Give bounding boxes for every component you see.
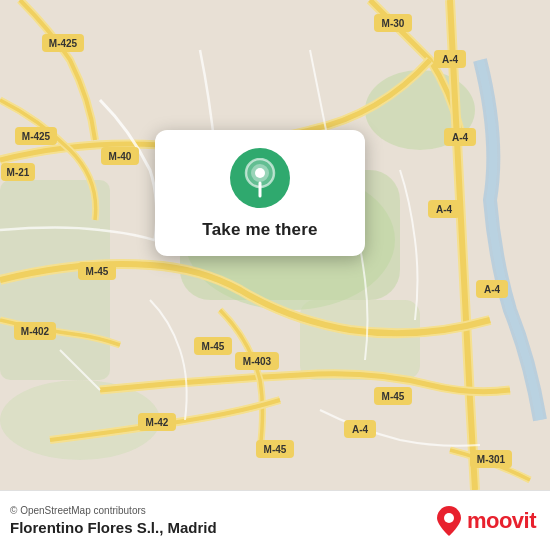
svg-text:M-40: M-40 xyxy=(109,151,132,162)
svg-text:A-4: A-4 xyxy=(484,284,501,295)
location-pin-icon xyxy=(243,158,277,198)
svg-text:M-45: M-45 xyxy=(264,444,287,455)
svg-text:M-425: M-425 xyxy=(22,131,51,142)
svg-text:M-402: M-402 xyxy=(21,326,50,337)
cta-card: Take me there xyxy=(155,130,365,256)
svg-text:M-425: M-425 xyxy=(49,38,78,49)
svg-text:A-4: A-4 xyxy=(436,204,453,215)
svg-point-47 xyxy=(444,513,454,523)
svg-text:M-42: M-42 xyxy=(146,417,169,428)
moovit-logo: moovit xyxy=(435,504,536,538)
bottom-info: © OpenStreetMap contributors Florentino … xyxy=(10,505,217,536)
svg-point-45 xyxy=(255,168,265,178)
take-me-there-button[interactable]: Take me there xyxy=(202,220,317,240)
moovit-pin-icon xyxy=(435,504,463,538)
svg-text:M-30: M-30 xyxy=(382,18,405,29)
svg-text:A-4: A-4 xyxy=(352,424,369,435)
map-container: M-425 M-425 M-40 M-21 M-45 M-402 M-403 M… xyxy=(0,0,550,490)
svg-text:M-45: M-45 xyxy=(86,266,109,277)
moovit-brand-text: moovit xyxy=(467,508,536,534)
svg-point-5 xyxy=(0,380,160,460)
cta-icon-circle xyxy=(230,148,290,208)
map-attribution: © OpenStreetMap contributors xyxy=(10,505,217,516)
svg-text:A-4: A-4 xyxy=(452,132,469,143)
bottom-bar: © OpenStreetMap contributors Florentino … xyxy=(0,490,550,550)
location-name: Florentino Flores S.l., Madrid xyxy=(10,519,217,536)
svg-rect-6 xyxy=(300,300,420,380)
svg-text:M-403: M-403 xyxy=(243,356,272,367)
svg-text:M-301: M-301 xyxy=(477,454,506,465)
svg-text:M-45: M-45 xyxy=(202,341,225,352)
svg-text:M-21: M-21 xyxy=(7,167,30,178)
svg-text:A-4: A-4 xyxy=(442,54,459,65)
svg-text:M-45: M-45 xyxy=(382,391,405,402)
